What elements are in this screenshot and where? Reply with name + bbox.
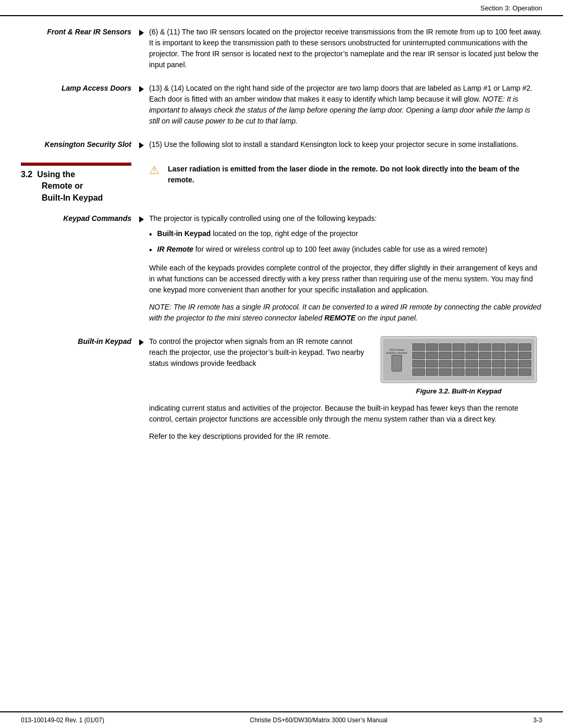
keypad-btn — [492, 343, 505, 351]
keypad-btn — [466, 343, 478, 351]
section-title-box: 3.2 Using the Remote or Built-In Keypad — [21, 163, 131, 204]
entry-lamp-access: Lamp Access Doors (13) & (14) Located on… — [21, 83, 542, 130]
entry-kensington: Kensington Security Slot (15) Use the fo… — [21, 139, 542, 153]
content-keypad-commands: The projector is typically controlled us… — [147, 213, 542, 327]
section-32-heading: 3.2 Using the Remote or Built-In Keypad … — [21, 163, 542, 204]
arrow-icon — [139, 216, 144, 223]
keypad-led-section: LED statusdisplay window — [386, 348, 407, 372]
entry-keypad-commands: Keypad Commands The projector is typical… — [21, 213, 542, 327]
label-kensington: Kensington Security Slot — [21, 139, 136, 153]
page-header: Section 3: Operation — [0, 0, 563, 16]
keypad-btn — [426, 360, 438, 367]
figure-caption: Figure 3.2. Built-in Keypad — [416, 386, 501, 397]
label-builtin-keypad: Built-in Keypad — [21, 336, 136, 445]
keypad-btn — [412, 352, 425, 359]
keypad-buttons-area — [412, 343, 531, 376]
section-bar — [21, 163, 131, 166]
keypad-btn — [452, 368, 465, 376]
keypad-btn — [452, 343, 465, 351]
main-content: Front & Rear IR Sensors (6) & (11) The t… — [0, 16, 563, 711]
page-footer: 013-100149-02 Rev. 1 (01/07) Christie DS… — [0, 711, 563, 728]
content-kensington: (15) Use the following slot to install a… — [147, 139, 542, 153]
arrow-builtin-keypad — [136, 336, 147, 445]
keypad-btn — [479, 368, 492, 376]
arrow-front-rear-ir — [136, 27, 147, 73]
arrow-icon — [139, 86, 144, 92]
warning-text: Laser radiation is emitted from the lase… — [168, 164, 542, 186]
warning-icon: ⚠ — [149, 164, 164, 177]
arrow-icon — [139, 30, 144, 36]
entry-builtin-keypad: Built-in Keypad To control the projector… — [21, 336, 542, 445]
section-number-block: 3.2 Using the Remote or Built-In Keypad — [21, 163, 136, 204]
keypad-btn — [439, 343, 451, 351]
arrow-keypad-commands — [136, 213, 147, 327]
keypad-btn — [466, 352, 478, 359]
bullet-ir-remote: IR Remote for wired or wireless control … — [149, 244, 542, 256]
lamp-note-italic: NOTE: It is important to always check th… — [149, 95, 530, 125]
keypad-btn — [479, 352, 492, 359]
keypad-image-row: To control the projector when signals fr… — [149, 336, 542, 397]
keypad-body-text: To control the projector when signals fr… — [149, 336, 365, 372]
arrow-lamp-access — [136, 83, 147, 130]
keypad-btn — [412, 368, 425, 376]
label-front-rear-ir: Front & Rear IR Sensors — [21, 27, 136, 73]
keypad-btn — [412, 360, 425, 367]
label-lamp-access: Lamp Access Doors — [21, 83, 136, 130]
keypad-btn — [492, 352, 505, 359]
arrow-icon — [139, 339, 144, 346]
header-text: Section 3: Operation — [480, 4, 542, 12]
keypad-btn — [426, 368, 438, 376]
keypad-btn — [479, 360, 492, 367]
keypad-led-box — [391, 355, 402, 372]
warning-box: ⚠ Laser radiation is emitted from the la… — [149, 164, 542, 186]
entry-front-rear-ir: Front & Rear IR Sensors (6) & (11) The t… — [21, 27, 542, 73]
keypad-btn — [439, 360, 451, 367]
keypad-btn — [492, 368, 505, 376]
lamp-content-normal: (13) & (14) Located on the right hand si… — [149, 83, 542, 127]
keypad-btn — [452, 360, 465, 367]
keypad-btn — [519, 368, 531, 376]
keypad-btn — [506, 368, 518, 376]
content-builtin-keypad: To control the projector when signals fr… — [147, 336, 542, 445]
footer-center: Christie DS+60/DW30/Matrix 3000 User’s M… — [250, 717, 387, 724]
keypad-graphic: LED statusdisplay window — [381, 336, 537, 383]
section-32-content: ⚠ Laser radiation is emitted from the la… — [136, 163, 542, 194]
keypad-btn — [412, 343, 425, 351]
keypad-btn — [506, 343, 518, 351]
footer-right: 3-3 — [533, 717, 542, 724]
keypad-btn — [479, 343, 492, 351]
arrow-kensington — [136, 139, 147, 153]
keypad-btn — [492, 360, 505, 367]
footer-left: 013-100149-02 Rev. 1 (01/07) — [21, 717, 104, 724]
keypad-led-label: LED statusdisplay window — [386, 348, 407, 355]
content-lamp-access: (13) & (14) Located on the right hand si… — [147, 83, 542, 130]
keypad-btn — [506, 360, 518, 367]
keypad-btn — [426, 352, 438, 359]
arrow-icon — [139, 142, 144, 149]
keypad-btn — [439, 352, 451, 359]
keypad-btn — [439, 368, 451, 376]
keypad-btn — [519, 343, 531, 351]
keypad-note: NOTE: The IR remote has a single IR prot… — [149, 302, 542, 324]
bullet-builtin-keypad: Built-in Keypad located on the top, righ… — [149, 228, 542, 241]
keypad-btn — [466, 360, 478, 367]
keypad-btn — [466, 368, 478, 376]
label-keypad-commands: Keypad Commands — [21, 213, 136, 327]
keypad-btn — [426, 343, 438, 351]
keypad-btn — [519, 352, 531, 359]
section-title: 3.2 Using the Remote or Built-In Keypad — [21, 169, 131, 204]
keypad-graphic-inner: LED statusdisplay window — [383, 339, 534, 380]
keypad-btn — [519, 360, 531, 367]
keypad-bullets: Built-in Keypad located on the top, righ… — [149, 228, 542, 256]
keypad-figure: LED statusdisplay window — [375, 336, 542, 397]
content-front-rear-ir: (6) & (11) The two IR sensors located on… — [147, 27, 542, 73]
keypad-btn — [452, 352, 465, 359]
keypad-btn — [506, 352, 518, 359]
